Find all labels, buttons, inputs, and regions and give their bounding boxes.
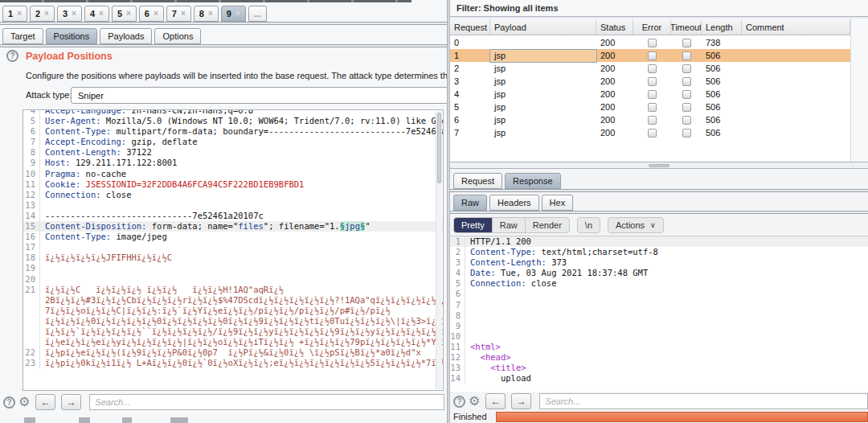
- table-row[interactable]: 7jsp200506: [450, 126, 850, 139]
- checkbox[interactable]: [682, 103, 691, 112]
- chevron-down-icon: ∨: [650, 221, 656, 229]
- scrollbar-thumb[interactable]: [437, 113, 441, 183]
- search-next-button[interactable]: →: [511, 393, 531, 409]
- pretty-button[interactable]: Pretty: [454, 218, 493, 232]
- column-header-request[interactable]: Request ▲: [450, 19, 490, 35]
- attack-tab-4[interactable]: 4×: [84, 6, 109, 22]
- checkbox[interactable]: [682, 116, 691, 125]
- code-line: 10Pragma: no-cache: [23, 169, 443, 179]
- table-row[interactable]: 5jsp200506: [450, 101, 850, 113]
- search-input[interactable]: [89, 394, 444, 410]
- search-prev-button[interactable]: ←: [35, 394, 55, 410]
- column-header-status[interactable]: Status: [596, 19, 633, 35]
- checkbox[interactable]: [682, 64, 691, 73]
- table-row[interactable]: 2jsp200506: [450, 62, 850, 75]
- table-row[interactable]: 0200738: [450, 36, 850, 49]
- search-input[interactable]: [539, 393, 868, 409]
- search-prev-button[interactable]: ←: [485, 393, 506, 409]
- table-row[interactable]: 4jsp200506: [450, 88, 850, 101]
- column-header-timeout[interactable]: Timeout: [671, 19, 702, 35]
- close-icon[interactable]: ×: [44, 10, 49, 18]
- code-line: 6: [450, 289, 868, 299]
- checkbox[interactable]: [682, 129, 691, 138]
- code-line: 20: [23, 274, 443, 285]
- code-line: 2Content-Type: text/html;charset=utf-8: [450, 247, 868, 257]
- filter-bar[interactable]: Filter: Showing all items: [450, 0, 868, 17]
- attack-tab-1[interactable]: 1×: [2, 6, 27, 22]
- newline-toggle-button[interactable]: \n: [577, 217, 600, 233]
- tab-payloads[interactable]: Payloads: [100, 28, 152, 44]
- gear-icon[interactable]: ⚙: [469, 395, 480, 408]
- close-icon[interactable]: ×: [208, 10, 213, 18]
- column-header-error[interactable]: Error: [633, 19, 671, 35]
- tab-target[interactable]: Target: [2, 28, 43, 44]
- code-line: 7ï¿½ï¿½oï¿½ï¿½C|ï¿½ï¿½:ï¿½`ï¿½Yï¿½eï¿½ï¿…: [23, 306, 443, 316]
- checkbox[interactable]: [648, 39, 657, 47]
- editor-scrollbar[interactable]: [436, 111, 442, 389]
- close-icon[interactable]: ×: [181, 10, 186, 18]
- results-splitter[interactable]: [450, 162, 868, 169]
- checkbox[interactable]: [648, 64, 657, 73]
- table-scrollbar[interactable]: [850, 19, 868, 162]
- tab-request[interactable]: Request: [453, 173, 502, 189]
- tab-response[interactable]: Response: [505, 173, 561, 189]
- close-icon[interactable]: ×: [99, 10, 104, 18]
- more-tabs-button[interactable]: ...: [248, 6, 267, 22]
- code-line: ï¿½ï¿½`ï¿½ï¿½ï¿½ï¿½``ï¿½ï¿½ï¿½ï¿½/ï¿½9ï¿…: [23, 326, 443, 337]
- attack-tab-6[interactable]: 6×: [139, 6, 164, 22]
- attack-tab-2[interactable]: 2×: [30, 6, 55, 22]
- checkbox[interactable]: [648, 103, 657, 112]
- request-editor[interactable]: 4Accept-Language: zh-Hans-CN,zh-Hans;q=0…: [23, 109, 444, 391]
- checkbox[interactable]: [648, 129, 657, 138]
- code-line: 13 <title>: [450, 363, 868, 373]
- tab-options[interactable]: Options: [154, 28, 201, 44]
- code-line: 5Connection: close: [450, 278, 868, 289]
- attack-results-panel: Filter: Showing all items Request ▲ Payl…: [449, 0, 868, 423]
- checkbox[interactable]: [648, 90, 657, 99]
- tab-positions[interactable]: Positions: [46, 28, 98, 44]
- attack-tab-9[interactable]: 9×: [221, 6, 246, 22]
- tab-headers[interactable]: Headers: [489, 195, 539, 211]
- checkbox[interactable]: [648, 77, 657, 86]
- attack-tab-8[interactable]: 8×: [194, 6, 219, 22]
- editor-toolbar: ? ⚙ ← →: [3, 392, 444, 412]
- splitter-grip-icon: [649, 164, 669, 167]
- table-row[interactable]: 6jsp200506: [450, 113, 850, 126]
- attack-type-select[interactable]: Sniper: [71, 87, 447, 104]
- attack-tab-7[interactable]: 7×: [166, 6, 191, 22]
- checkbox[interactable]: [648, 116, 657, 125]
- raw-button[interactable]: Raw: [493, 218, 526, 232]
- close-icon[interactable]: ×: [126, 10, 131, 18]
- checkbox[interactable]: [682, 39, 691, 47]
- help-icon[interactable]: ?: [3, 396, 15, 409]
- code-line: 6Content-Type: multipart/form-data; boun…: [23, 126, 443, 137]
- table-row[interactable]: 1jsp200506: [450, 49, 850, 62]
- response-viewer[interactable]: 1HTTP/1.1 2002Content-Type: text/html;ch…: [450, 236, 868, 396]
- checkbox[interactable]: [682, 90, 691, 99]
- column-header-length[interactable]: Length: [702, 19, 742, 35]
- help-icon[interactable]: ?: [6, 50, 18, 62]
- code-line: 12Connection: close: [23, 190, 443, 200]
- code-line: 11<html>: [450, 342, 868, 352]
- actions-button[interactable]: Actions ∨: [608, 217, 664, 233]
- close-icon[interactable]: ×: [235, 10, 240, 18]
- section-title: Payload Positions: [26, 51, 113, 62]
- checkbox[interactable]: [648, 51, 657, 60]
- table-row[interactable]: 3jsp200506: [450, 75, 850, 88]
- help-icon[interactable]: ?: [453, 396, 465, 408]
- search-next-button[interactable]: →: [61, 394, 81, 410]
- column-header-comment[interactable]: Comment: [742, 19, 850, 35]
- attack-tab-5[interactable]: 5×: [112, 6, 137, 22]
- tab-hex[interactable]: Hex: [542, 195, 574, 211]
- close-icon[interactable]: ×: [72, 10, 76, 18]
- render-button[interactable]: Render: [526, 218, 569, 232]
- attack-tab-3[interactable]: 3×: [57, 6, 82, 22]
- checkbox[interactable]: [682, 77, 691, 86]
- gear-icon[interactable]: ⚙: [18, 396, 30, 409]
- close-icon[interactable]: ×: [17, 10, 22, 18]
- column-header-payload[interactable]: Payload: [490, 19, 596, 35]
- close-icon[interactable]: ×: [154, 10, 158, 18]
- code-line: 4Date: Tue, 03 Aug 2021 18:37:48 GMT: [450, 268, 868, 278]
- checkbox[interactable]: [682, 51, 691, 60]
- tab-raw[interactable]: Raw: [453, 195, 487, 211]
